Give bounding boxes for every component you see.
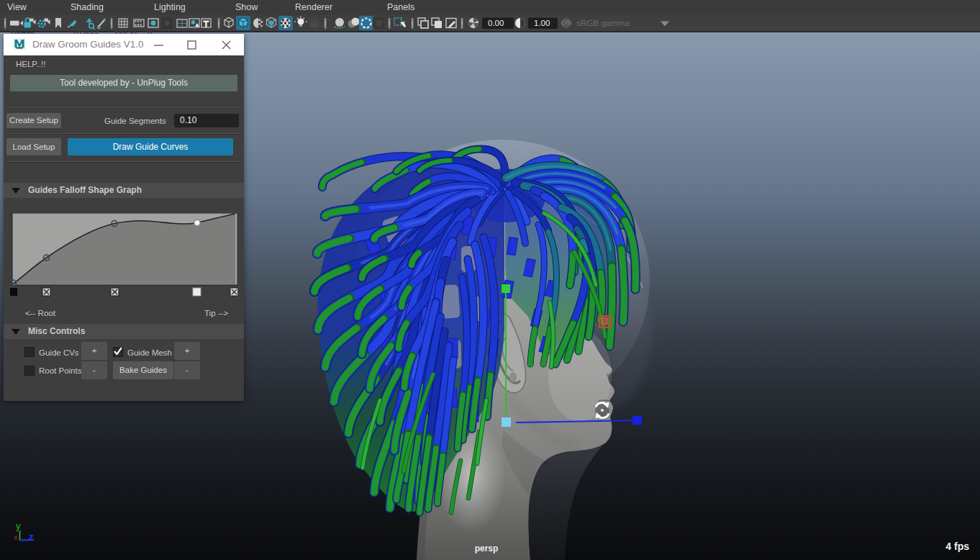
svg-text:y: y bbox=[16, 520, 21, 531]
svg-text:1.00: 1.00 bbox=[534, 19, 550, 27]
svg-text:sRGB gamma: sRGB gamma bbox=[576, 18, 630, 28]
svg-text:z: z bbox=[29, 531, 34, 542]
svg-text:0.00: 0.00 bbox=[488, 19, 504, 27]
svg-text:x: x bbox=[14, 533, 18, 541]
